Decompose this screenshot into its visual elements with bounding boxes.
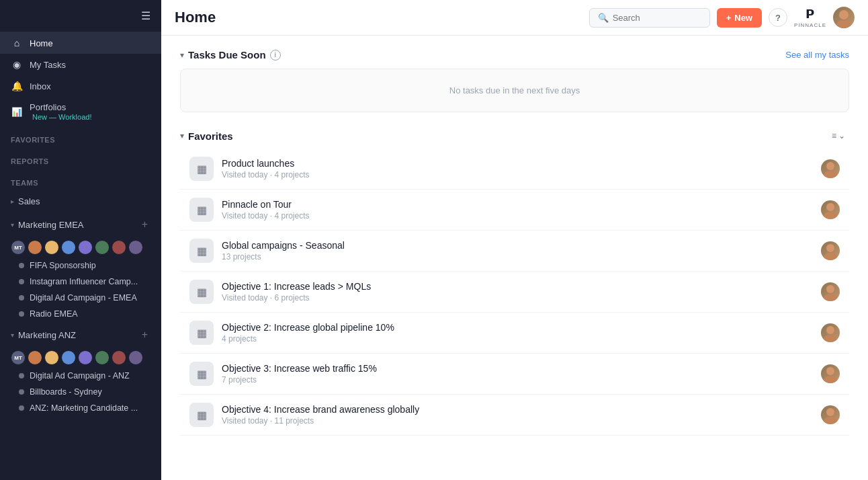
list-item[interactable]: ▦ Objective 2: Increase global pipeline …: [180, 313, 849, 354]
favorites-sort-button[interactable]: ≡ ⌄: [828, 128, 849, 143]
project-dot-billboards: [19, 389, 24, 395]
sidebar-collapse-button[interactable]: ☰: [138, 7, 153, 25]
svg-point-9: [824, 294, 837, 301]
svg-point-6: [826, 244, 834, 252]
avatar-4-emea: [61, 240, 76, 255]
tasks-due-soon-section: ▾ Tasks Due Soon i See all my tasks No t…: [180, 49, 849, 112]
team-title-marketing-anz: ▾ Marketing ANZ: [11, 330, 76, 340]
team-header-sales[interactable]: ▸ Sales: [0, 191, 161, 212]
anz-avatars: MT: [0, 348, 161, 368]
list-item[interactable]: ▦ Product launches Visited today · 4 pro…: [180, 149, 849, 190]
fav-item-avatar: [821, 159, 840, 178]
list-item[interactable]: ▦ Pinnacle on Tour Visited today · 4 pro…: [180, 190, 849, 231]
avatar-4-anz: [61, 350, 76, 365]
add-emea-team-button[interactable]: +: [139, 217, 150, 232]
avatar-6-emea: [95, 240, 110, 255]
svg-point-3: [824, 171, 837, 178]
team-header-marketing-anz[interactable]: ▾ Marketing ANZ +: [0, 322, 161, 348]
project-item-billboards[interactable]: Billboards - Sydney: [0, 384, 161, 400]
user-avatar[interactable]: [833, 7, 855, 28]
fav-item-info: Objective 2: Increase global pipeline 10…: [222, 322, 813, 344]
fav-item-meta: 7 projects: [222, 375, 813, 385]
emea-avatars: MT: [0, 237, 161, 257]
nav-label-my-tasks: My Tasks: [30, 60, 66, 70]
topbar: Home 🔍 + New ? 𝗣 PINNACLE: [161, 0, 868, 36]
portfolios-icon: 📊: [11, 107, 23, 117]
fav-item-icon: ▦: [189, 198, 214, 222]
avatar-8-emea: [128, 240, 143, 255]
fav-item-info: Pinnacle on Tour Visited today · 4 proje…: [222, 199, 813, 221]
project-item-digital-emea[interactable]: Digital Ad Campaign - EMEA: [0, 290, 161, 306]
project-dot-fifa: [19, 263, 24, 268]
page-title: Home: [175, 9, 216, 26]
svg-point-4: [826, 203, 834, 211]
project-item-instagram[interactable]: Instagram Influencer Camp...: [0, 274, 161, 290]
fav-item-avatar: [821, 282, 840, 301]
project-dot-anz-marketing: [19, 405, 24, 411]
fav-item-name: Global campaigns - Seasonal: [222, 240, 813, 251]
content-area: ▾ Tasks Due Soon i See all my tasks No t…: [161, 36, 868, 480]
project-item-fifa[interactable]: FIFA Sponsorship: [0, 257, 161, 274]
nav-item-home[interactable]: ⌂ Home: [0, 32, 161, 54]
sort-chevron-icon: ⌄: [838, 131, 845, 141]
favorites-section: ▾ Favorites ≡ ⌄ ▦ Product launches Visit…: [180, 128, 849, 436]
project-item-digital-anz[interactable]: Digital Ad Campaign - ANZ: [0, 368, 161, 384]
avatar-5-emea: [78, 240, 93, 255]
fav-item-name: Objective 4: Increase brand awareness gl…: [222, 404, 813, 415]
list-item[interactable]: ▦ Objective 1: Increase leads > MQLs Vis…: [180, 272, 849, 313]
main-content: Home 🔍 + New ? 𝗣 PINNACLE: [161, 0, 868, 480]
nav-item-portfolios[interactable]: 📊 Portfolios New — Workload!: [0, 97, 161, 126]
svg-point-13: [824, 376, 837, 383]
bell-icon: 🔔: [11, 81, 23, 91]
fav-item-avatar: [821, 405, 840, 424]
avatar-3-emea: [44, 240, 59, 255]
favorites-collapse-button[interactable]: ▾: [180, 131, 184, 141]
list-item[interactable]: ▦ Objective 3: Increase web traffic 15% …: [180, 354, 849, 395]
tasks-section-title: Tasks Due Soon: [188, 49, 266, 61]
avatar-mt-anz: MT: [11, 350, 26, 365]
fav-item-name: Objective 2: Increase global pipeline 10…: [222, 322, 813, 333]
search-input[interactable]: [613, 13, 701, 23]
tasks-collapse-button[interactable]: ▾: [180, 50, 184, 60]
tasks-title-left: ▾ Tasks Due Soon i: [180, 49, 281, 61]
fav-item-meta: 13 projects: [222, 252, 813, 262]
avatar-6-anz: [95, 350, 110, 365]
team-title-marketing-emea: ▾ Marketing EMEA: [11, 220, 84, 230]
fav-item-icon: ▦: [189, 239, 214, 263]
see-all-tasks-link[interactable]: See all my tasks: [785, 50, 849, 60]
project-dot-instagram: [19, 279, 24, 284]
check-icon: ◉: [11, 59, 23, 70]
avatar-2-anz: [28, 350, 42, 365]
home-icon: ⌂: [11, 38, 23, 48]
new-button[interactable]: + New: [717, 8, 762, 28]
nav-item-my-tasks[interactable]: ◉ My Tasks: [0, 54, 161, 75]
list-item[interactable]: ▦ Global campaigns - Seasonal 13 project…: [180, 231, 849, 272]
avatar-8-anz: [128, 350, 143, 365]
search-box[interactable]: 🔍: [589, 8, 710, 28]
nav-item-inbox[interactable]: 🔔 Inbox: [0, 75, 161, 97]
fav-item-avatar: [821, 323, 840, 342]
nav-label-home: Home: [30, 38, 53, 48]
list-item[interactable]: ▦ Objective 4: Increase brand awareness …: [180, 395, 849, 436]
team-header-marketing-emea[interactable]: ▾ Marketing EMEA +: [0, 212, 161, 237]
favorites-list: ▦ Product launches Visited today · 4 pro…: [180, 149, 849, 436]
svg-point-10: [826, 326, 834, 334]
fav-item-info: Global campaigns - Seasonal 13 projects: [222, 240, 813, 262]
avatar-3-anz: [44, 350, 59, 365]
new-button-plus-icon: +: [726, 13, 732, 23]
section-label-teams: Teams: [0, 169, 161, 191]
fav-item-icon: ▦: [189, 321, 214, 345]
fav-item-icon: ▦: [189, 362, 214, 386]
tasks-info-icon[interactable]: i: [270, 50, 281, 61]
fav-item-name: Objective 3: Increase web traffic 15%: [222, 363, 813, 374]
fav-item-info: Objective 3: Increase web traffic 15% 7 …: [222, 363, 813, 385]
project-item-anz-marketing[interactable]: ANZ: Marketing Candidate ...: [0, 400, 161, 416]
help-button[interactable]: ?: [769, 8, 787, 27]
nav-label-portfolios: Portfolios: [30, 102, 91, 112]
section-label-reports: Reports: [0, 148, 161, 169]
avatar-mt-emea: MT: [11, 240, 26, 255]
svg-point-5: [824, 212, 837, 219]
svg-point-2: [826, 162, 834, 170]
add-anz-team-button[interactable]: +: [139, 327, 150, 342]
project-item-radio-emea[interactable]: Radio EMEA: [0, 306, 161, 322]
